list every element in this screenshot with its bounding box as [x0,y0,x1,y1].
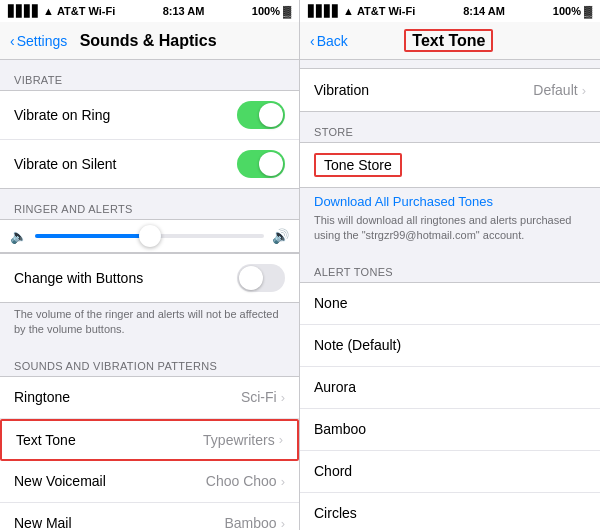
new-voicemail-chevron: › [281,474,285,489]
change-buttons-toggle[interactable] [237,264,285,292]
left-carrier: AT&T Wi-Fi [57,5,115,17]
change-buttons-row: Change with Buttons [0,254,299,302]
new-voicemail-label: New Voicemail [14,473,106,489]
patterns-section-header: SOUNDS AND VIBRATION PATTERNS [0,346,299,376]
right-carrier: AT&T Wi-Fi [357,5,415,17]
tone-item[interactable]: Chord [300,451,600,493]
volume-slider-track[interactable] [35,234,264,238]
new-voicemail-row[interactable]: New Voicemail Choo Choo › [0,461,299,503]
store-group: Tone Store [300,142,600,188]
store-section-header: STORE [300,112,600,142]
vibrate-ring-toggle[interactable] [237,101,285,129]
left-battery-icon: ▓ [283,5,291,17]
tone-item[interactable]: None [300,283,600,325]
ringtone-chevron: › [281,390,285,405]
text-tone-label: Text Tone [16,432,76,448]
text-tone-back-label: Back [317,33,348,49]
vibrate-silent-thumb [259,152,283,176]
right-battery-pct: 100% [553,5,581,17]
right-wifi-icon: ▲ [343,5,354,17]
vibration-label: Vibration [314,82,369,98]
right-nav-bar: ‹ Back Text Tone [300,22,600,60]
patterns-group: Ringtone Sci-Fi › Text Tone Typewriters … [0,376,299,530]
right-panel: ▋▋▋▋ ▲ AT&T Wi-Fi 8:14 AM 100% ▓ ‹ Back … [300,0,600,530]
ringtone-row[interactable]: Ringtone Sci-Fi › [0,377,299,419]
ringtone-label: Ringtone [14,389,70,405]
text-tone-back-chevron: ‹ [310,33,315,49]
left-time: 8:13 AM [163,5,205,17]
tone-list: NoneNote (Default)AuroraBambooChordCircl… [300,282,600,530]
left-signal-icon: ▋▋▋▋ [8,5,40,18]
left-nav-title: Sounds & Haptics [67,32,229,50]
settings-back-chevron: ‹ [10,33,15,49]
volume-slider-thumb [139,225,161,247]
volume-slider-row: 🔈 🔊 [0,219,299,253]
download-note: This will download all ringtones and ale… [300,211,600,252]
vibrate-ring-thumb [259,103,283,127]
change-buttons-thumb [239,266,263,290]
left-status-left: ▋▋▋▋ ▲ AT&T Wi-Fi [8,5,115,18]
left-scroll: VIBRATE Vibrate on Ring Vibrate on Silen… [0,60,299,530]
right-status-right: 100% ▓ [553,5,592,17]
change-buttons-label: Change with Buttons [14,270,143,286]
download-link[interactable]: Download All Purchased Tones [300,188,600,211]
text-tone-title-box: Text Tone [404,29,493,52]
vibrate-silent-row: Vibrate on Silent [0,140,299,188]
right-status-bar: ▋▋▋▋ ▲ AT&T Wi-Fi 8:14 AM 100% ▓ [300,0,600,22]
vibration-row[interactable]: Vibration Default › [300,69,600,111]
tone-item[interactable]: Bamboo [300,409,600,451]
vibrate-ring-label: Vibrate on Ring [14,107,110,123]
settings-back-button[interactable]: ‹ Settings [10,33,67,49]
left-panel: ▋▋▋▋ ▲ AT&T Wi-Fi 8:13 AM 100% ▓ ‹ Setti… [0,0,300,530]
right-nav-title: Text Tone [348,32,550,50]
volume-high-icon: 🔊 [272,228,289,244]
new-mail-label: New Mail [14,515,72,530]
right-status-left: ▋▋▋▋ ▲ AT&T Wi-Fi [308,5,415,18]
tone-item[interactable]: Note (Default) [300,325,600,367]
tone-item[interactable]: Circles [300,493,600,530]
right-signal-icon: ▋▋▋▋ [308,5,340,18]
vibration-group: Vibration Default › [300,68,600,112]
new-mail-row[interactable]: New Mail Bamboo › [0,503,299,530]
settings-back-label: Settings [17,33,68,49]
new-voicemail-value: Choo Choo › [206,473,285,489]
tone-store-row[interactable]: Tone Store [300,143,600,187]
text-tone-value: Typewriters › [203,432,283,448]
text-tone-row[interactable]: Text Tone Typewriters › [0,419,299,461]
vibration-chevron: › [582,83,586,98]
left-wifi-icon: ▲ [43,5,54,17]
new-mail-chevron: › [281,516,285,530]
volume-low-icon: 🔈 [10,228,27,244]
right-battery-icon: ▓ [584,5,592,17]
vibration-value: Default › [533,82,586,98]
ringtone-value: Sci-Fi › [241,389,285,405]
change-buttons-group: Change with Buttons [0,253,299,303]
right-time: 8:14 AM [463,5,505,17]
ringer-section-header: RINGER AND ALERTS [0,189,299,219]
tone-store-label[interactable]: Tone Store [314,153,402,177]
alert-tones-header: ALERT TONES [300,252,600,282]
vibrate-ring-row: Vibrate on Ring [0,91,299,140]
vibrate-group: Vibrate on Ring Vibrate on Silent [0,90,299,189]
vibrate-section-header: VIBRATE [0,60,299,90]
tone-item[interactable]: Aurora [300,367,600,409]
right-scroll: Vibration Default › STORE Tone Store Dow… [300,60,600,530]
new-mail-value: Bamboo › [225,515,286,530]
text-tone-back-button[interactable]: ‹ Back [310,33,348,49]
text-tone-chevron: › [279,432,283,447]
left-status-bar: ▋▋▋▋ ▲ AT&T Wi-Fi 8:13 AM 100% ▓ [0,0,299,22]
vibrate-silent-toggle[interactable] [237,150,285,178]
left-status-right: 100% ▓ [252,5,291,17]
ringer-note: The volume of the ringer and alerts will… [0,303,299,346]
left-nav-bar: ‹ Settings Sounds & Haptics [0,22,299,60]
vibrate-silent-label: Vibrate on Silent [14,156,116,172]
left-battery-pct: 100% [252,5,280,17]
